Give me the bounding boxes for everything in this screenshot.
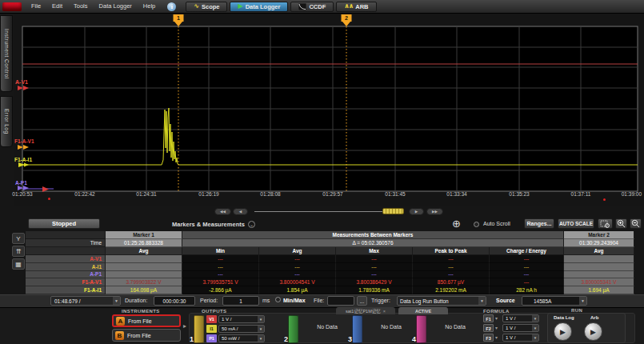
sidebar-tab-error-log[interactable]: Error Log	[0, 96, 13, 147]
formula-chevron-icon[interactable]: ▾	[495, 325, 498, 330]
tab-scope[interactable]: ∿ Scope	[186, 2, 227, 12]
zoom-out-button[interactable]	[630, 218, 642, 229]
table-cell: 1.854 µA	[259, 286, 336, 294]
menu-help[interactable]: Help	[138, 0, 161, 13]
formula-scale-dropdown-F3[interactable]: 1 V /▼	[502, 334, 539, 342]
zoom-in-button[interactable]	[615, 218, 627, 229]
trigger-dropdown[interactable]: Data Log Run Button ▼	[397, 296, 486, 306]
source-b-button[interactable]: B From File	[112, 329, 181, 342]
app-logo-icon	[2, 2, 22, 11]
browse-button[interactable]: ...	[357, 296, 367, 306]
output-4-number: 4	[412, 335, 416, 343]
chevron-down-icon: ▼	[532, 334, 538, 341]
formula-chevron-icon[interactable]: ▾	[495, 334, 498, 340]
ranges-button[interactable]: Ranges...	[524, 218, 554, 229]
zoom-region-button[interactable]	[598, 218, 613, 229]
file-field[interactable]	[327, 296, 354, 306]
marker-tool-icon[interactable]: Y	[12, 233, 25, 244]
chevron-down-icon: ▼	[478, 297, 486, 305]
trace-label-f1-a-i1: F1-A-I1	[14, 157, 32, 162]
arb-play-button[interactable]: ▶	[584, 322, 602, 341]
expand-chevron-icon[interactable]: ▸	[183, 322, 186, 330]
channel-scale-value: 50 mA /	[219, 326, 238, 331]
chevron-down-icon: ▼	[258, 316, 264, 322]
menu-tools[interactable]: Tools	[68, 0, 94, 13]
scroll-rewind-button[interactable]: ◀◀	[214, 208, 231, 215]
time-row-label: Time	[26, 239, 106, 247]
chevron-down-icon: ▼	[579, 297, 586, 305]
source-dropdown[interactable]: 14585A ▼	[522, 296, 587, 306]
formula-chevron-icon[interactable]: ▾	[495, 315, 498, 321]
formula-scale-value: 1 V /	[503, 335, 515, 340]
output-3-number: 3	[348, 335, 352, 343]
channel-scale-value: 1 V /	[219, 317, 231, 322]
channel-scale-dropdown-P1[interactable]: 50 mW /▼	[218, 334, 265, 342]
active-session-tab[interactable]: ACTIVE	[398, 307, 448, 314]
tab-ccdf[interactable]: CCDF	[290, 2, 334, 12]
markers-pair-icon[interactable]: ⇈	[12, 246, 25, 257]
table-cell: 1.694 µA	[564, 286, 634, 294]
period-field[interactable]: 1	[222, 296, 259, 306]
table-cell: 850.677 µV	[413, 278, 490, 286]
table-cell	[564, 263, 634, 271]
close-icon[interactable]: ×	[383, 309, 386, 314]
scroll-track[interactable]	[254, 211, 382, 212]
table-cell: ---	[336, 255, 413, 263]
event-dot	[603, 198, 606, 201]
chart-area: 1 2 A-V1 F1-A-V1 F1-A-I1 A-P1 01:20:5301…	[14, 14, 644, 206]
play-icon: ▶	[238, 3, 242, 10]
minmax-checkbox[interactable]	[275, 297, 281, 302]
channel-badge-V1: V1	[206, 315, 217, 323]
grid-view-icon[interactable]: ▦	[12, 258, 25, 270]
scroll-thumb[interactable]	[382, 208, 404, 214]
x-axis-tick-label: 01:33:34	[446, 191, 466, 197]
menu-file[interactable]: File	[26, 0, 46, 13]
x-axis-tick-label: 01:37:11	[571, 191, 591, 197]
table-cell: ---	[490, 271, 564, 279]
info-icon[interactable]: i	[167, 2, 176, 11]
menu-data-logger[interactable]: Data Logger	[94, 0, 138, 13]
table-cell: ---	[259, 255, 336, 263]
markers-delta: Δ = 05:02.360576	[182, 239, 564, 247]
x-axis-tick-label: 01:24:31	[136, 191, 156, 197]
crosshair-marker-icon[interactable]: ⊕	[450, 218, 462, 230]
channel-scale-dropdown-I1[interactable]: 50 mA /▼	[218, 325, 265, 333]
table-cell: 2.192202 mA	[413, 286, 490, 294]
collapse-chevron-icon[interactable]: ⌄	[248, 221, 255, 228]
table-cell: 282 nA h	[490, 286, 564, 294]
table-cell: 1.789336 mA	[336, 286, 413, 294]
output-2-bar	[288, 315, 298, 343]
elapsed-readout-dropdown[interactable]: 01:48.679 / ▼	[50, 296, 121, 306]
x-axis-tick-label: 01:20:53	[12, 191, 32, 197]
table-cell: ---	[336, 271, 413, 279]
duration-field[interactable]: 000:00:30	[154, 296, 195, 306]
formula-scale-dropdown-F1[interactable]: 1 V /▼	[502, 314, 539, 322]
auto-scale-button[interactable]: AUTO SCALE	[558, 218, 594, 229]
table-cell: ---	[413, 271, 490, 279]
scroll-back-button[interactable]: ◀	[233, 208, 248, 215]
formula-scale-dropdown-F2[interactable]: 1 V /▼	[502, 324, 539, 332]
table-cell: 3.800004541 V	[259, 278, 336, 286]
auto-scroll-toggle[interactable]	[474, 222, 479, 227]
scroll-fwd-button[interactable]: ▶	[409, 208, 424, 215]
output-3-no-data: No Data	[366, 324, 416, 330]
file-session-tab[interactable]: sat1记忆P1M记忆 ×	[336, 307, 395, 314]
table-cell: A-I1	[26, 263, 106, 271]
duration-label: Duration:	[125, 298, 147, 303]
x-axis-tick-label: 01:39:00	[622, 191, 642, 197]
tab-data-logger[interactable]: ▶ Data Logger	[230, 2, 288, 12]
minmax-label: Min/Max	[283, 298, 306, 303]
output-1-bar	[194, 315, 204, 343]
run-state-button[interactable]: Stopped	[28, 218, 100, 229]
table-cell	[564, 271, 634, 279]
data-log-play-button[interactable]: ▶	[554, 322, 572, 341]
table-cell: 3.800386429 V	[336, 278, 413, 286]
tab-arb[interactable]: ∧∧ ARB	[336, 2, 376, 12]
marker1-header: Marker 1	[106, 231, 182, 239]
scroll-ffwd-button[interactable]: ▶▶	[426, 208, 443, 215]
channel-scale-dropdown-V1[interactable]: 1 V /▼	[218, 315, 265, 323]
table-cell	[106, 255, 182, 263]
source-a-button[interactable]: A From File	[112, 314, 181, 327]
sidebar-tab-instrument-control[interactable]: Instrument Control	[0, 15, 13, 92]
menu-edit[interactable]: Edit	[46, 0, 68, 13]
